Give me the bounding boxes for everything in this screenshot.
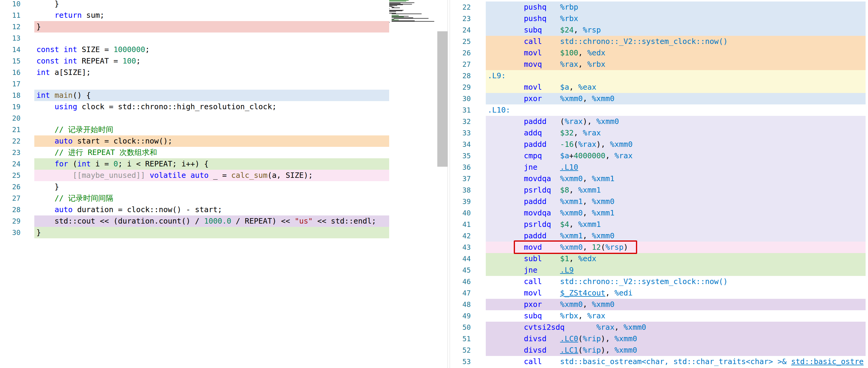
source-line[interactable]: 21 // 记录开始时间 bbox=[0, 124, 389, 135]
source-line[interactable]: 25 [[maybe_unused]] volatile auto _ = ca… bbox=[0, 170, 389, 181]
asm-line[interactable]: 23 pushq %rbx bbox=[450, 13, 868, 24]
source-line[interactable]: 16int a[SIZE]; bbox=[0, 67, 389, 78]
line-number[interactable]: 51 bbox=[450, 333, 471, 344]
source-line[interactable]: 18int main() { bbox=[0, 90, 389, 101]
asm-line[interactable]: 39 paddd %xmm1, %xmm0 bbox=[450, 196, 868, 207]
line-number[interactable]: 27 bbox=[450, 59, 471, 70]
line-number[interactable]: 30 bbox=[0, 227, 21, 238]
source-editor[interactable]: 10 }11 return sum;12}1314const int SIZE … bbox=[0, 0, 447, 368]
line-number[interactable]: 13 bbox=[0, 32, 21, 44]
line-number[interactable]: 36 bbox=[450, 161, 471, 173]
line-number[interactable]: 24 bbox=[450, 24, 471, 36]
source-line[interactable]: 23 // 进行 REPEAT 次数组求和 bbox=[0, 147, 389, 158]
asm-line[interactable]: 53 call std::basic_ostream<char, std::ch… bbox=[450, 356, 868, 367]
line-number[interactable]: 33 bbox=[450, 127, 471, 139]
line-number[interactable]: 26 bbox=[0, 181, 21, 192]
line-number[interactable]: 44 bbox=[450, 253, 471, 265]
line-number[interactable]: 52 bbox=[450, 344, 471, 356]
line-number[interactable]: 41 bbox=[450, 219, 471, 230]
asm-line[interactable]: 44 subl $1, %edx bbox=[450, 253, 868, 265]
source-line[interactable]: 24 for (int i = 0; i < REPEAT; i++) { bbox=[0, 158, 389, 170]
line-number[interactable]: 30 bbox=[450, 93, 471, 104]
line-number[interactable]: 25 bbox=[0, 170, 21, 181]
editor-minimap[interactable] bbox=[389, 0, 437, 368]
asm-symbol-link[interactable]: .LC0 bbox=[560, 334, 578, 343]
asm-line[interactable]: 32 paddd (%rax), %xmm0 bbox=[450, 116, 868, 127]
line-number[interactable]: 46 bbox=[450, 276, 471, 287]
asm-symbol-link[interactable]: .L10 bbox=[560, 163, 578, 172]
asm-line[interactable]: 49 subq %rbx, %rax bbox=[450, 310, 868, 321]
line-number[interactable]: 53 bbox=[450, 356, 471, 367]
source-line[interactable]: 28 auto duration = clock::now() - start; bbox=[0, 204, 389, 215]
line-number[interactable]: 26 bbox=[450, 47, 471, 59]
source-line[interactable]: 29 std::cout << (duration.count() / 1000… bbox=[0, 215, 389, 227]
asm-line[interactable]: 25 call std::chrono::_V2::system_clock::… bbox=[450, 36, 868, 47]
line-number[interactable]: 16 bbox=[0, 67, 21, 78]
pane-splitter[interactable] bbox=[447, 0, 450, 368]
asm-line[interactable]: 29 movl $a, %eax bbox=[450, 82, 868, 93]
line-number[interactable]: 18 bbox=[0, 90, 21, 101]
line-number[interactable]: 11 bbox=[0, 10, 21, 21]
line-number[interactable]: 23 bbox=[0, 147, 21, 158]
source-line[interactable]: 26 } bbox=[0, 181, 389, 192]
source-line[interactable]: 15const int REPEAT = 100; bbox=[0, 55, 389, 67]
line-number[interactable]: 45 bbox=[450, 265, 471, 276]
asm-line[interactable]: 52 divsd .LC1(%rip), %xmm0 bbox=[450, 344, 868, 356]
asm-line[interactable]: 27 movq %rax, %rbx bbox=[450, 59, 868, 70]
asm-line[interactable]: 41 psrldq $4, %xmm1 bbox=[450, 219, 868, 230]
source-line[interactable]: 12} bbox=[0, 21, 389, 32]
line-number[interactable]: 25 bbox=[450, 36, 471, 47]
line-number[interactable]: 14 bbox=[0, 44, 21, 55]
line-number[interactable]: 37 bbox=[450, 173, 471, 184]
asm-line[interactable]: 51 divsd .LC0(%rip), %xmm0 bbox=[450, 333, 868, 344]
line-number[interactable]: 19 bbox=[0, 101, 21, 113]
line-number[interactable]: 40 bbox=[450, 207, 471, 219]
source-line[interactable]: 22 auto start = clock::now(); bbox=[0, 135, 389, 147]
line-number[interactable]: 38 bbox=[450, 184, 471, 196]
asm-line[interactable]: 24 subq $24, %rsp bbox=[450, 24, 868, 36]
line-number[interactable]: 47 bbox=[450, 287, 471, 299]
asm-line[interactable]: 48 pxor %xmm0, %xmm0 bbox=[450, 299, 868, 310]
asm-line[interactable]: 46 call std::chrono::_V2::system_clock::… bbox=[450, 276, 868, 287]
line-number[interactable]: 27 bbox=[0, 192, 21, 204]
line-number[interactable]: 21 bbox=[0, 124, 21, 135]
line-number[interactable]: 32 bbox=[450, 116, 471, 127]
line-number[interactable]: 22 bbox=[0, 135, 21, 147]
asm-line[interactable]: 42 paddd %xmm1, %xmm0 bbox=[450, 230, 868, 242]
asm-symbol-link[interactable]: .L9 bbox=[560, 266, 574, 274]
source-line[interactable]: 10 } bbox=[0, 0, 389, 10]
line-number[interactable]: 48 bbox=[450, 299, 471, 310]
line-number[interactable]: 39 bbox=[450, 196, 471, 207]
line-number[interactable]: 29 bbox=[450, 82, 471, 93]
line-number[interactable]: 20 bbox=[0, 113, 21, 124]
asm-symbol-link[interactable]: .LC1 bbox=[560, 346, 578, 355]
asm-line[interactable]: 37 movdqa %xmm0, %xmm1 bbox=[450, 173, 868, 184]
line-number[interactable]: 43 bbox=[450, 242, 471, 253]
source-line[interactable]: 27 // 记录时间间隔 bbox=[0, 192, 389, 204]
source-line[interactable]: 17 bbox=[0, 78, 389, 90]
line-number[interactable]: 50 bbox=[450, 321, 471, 333]
asm-line[interactable]: 30 pxor %xmm0, %xmm0 bbox=[450, 93, 868, 104]
source-scrollbar-thumb[interactable] bbox=[437, 31, 447, 167]
asm-line[interactable]: 45 jne .L9 bbox=[450, 265, 868, 276]
asm-line[interactable]: 31.L10: bbox=[450, 104, 868, 116]
asm-line[interactable]: 43 movd %xmm0, 12(%rsp) bbox=[450, 242, 868, 253]
line-number[interactable]: 42 bbox=[450, 230, 471, 242]
line-number[interactable]: 35 bbox=[450, 150, 471, 161]
line-number[interactable]: 49 bbox=[450, 310, 471, 321]
line-number[interactable]: 17 bbox=[0, 78, 21, 90]
line-number[interactable]: 12 bbox=[0, 21, 21, 32]
line-number[interactable]: 24 bbox=[0, 158, 21, 170]
source-line[interactable]: 20 bbox=[0, 113, 389, 124]
line-number[interactable]: 15 bbox=[0, 55, 21, 67]
asm-line[interactable]: 33 addq $32, %rax bbox=[450, 127, 868, 139]
asm-line[interactable]: 26 movl $100, %edx bbox=[450, 47, 868, 59]
line-number[interactable]: 28 bbox=[0, 204, 21, 215]
source-line[interactable]: 14const int SIZE = 1000000; bbox=[0, 44, 389, 55]
asm-line[interactable]: 28.L9: bbox=[450, 70, 868, 82]
line-number[interactable]: 28 bbox=[450, 70, 471, 82]
asm-line[interactable]: 40 movdqa %xmm0, %xmm1 bbox=[450, 207, 868, 219]
asm-line[interactable]: 47 movl $_ZSt4cout, %edi bbox=[450, 287, 868, 299]
asm-symbol-link[interactable]: std::basic_ostre bbox=[791, 357, 864, 366]
asm-line[interactable]: 22 pushq %rbp bbox=[450, 1, 868, 13]
